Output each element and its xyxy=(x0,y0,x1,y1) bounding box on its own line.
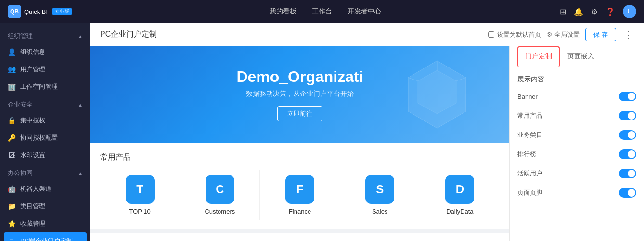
sidebar-item-workspace-mgmt-label: 工作空间管理 xyxy=(20,82,58,91)
sidebar-item-portal-label: PC端企业门户定制 xyxy=(20,237,73,241)
settings-icon[interactable]: ⚙ xyxy=(591,7,598,16)
set-default-label[interactable]: 设置为默认首页 xyxy=(488,30,541,39)
content-area: PC企业门户定制 设置为默认首页 ⚙ 全局设置 保 存 ⋮ xyxy=(90,23,644,241)
top-navigation: QB Quick BI 专业版 我的看板 工作台 开发者中心 ⊞ 🔔 ⚙ ❓ U xyxy=(0,0,644,23)
sidebar: 组织管理 ▲ 👤 组织信息 👥 用户管理 🏢 工作空间管理 企业安全 ▲ 🔒 集… xyxy=(0,23,90,241)
robot-icon: 🤖 xyxy=(8,185,15,193)
right-panel-tabs: 门户定制 页面嵌入 xyxy=(510,46,644,67)
display-content-label: 展示内容 xyxy=(517,75,636,84)
product-grid: T TOP 10 C Customers F Finance S xyxy=(100,170,500,220)
toggle-banner[interactable] xyxy=(619,92,636,101)
grid-icon[interactable]: ⊞ xyxy=(560,7,566,16)
toggle-ranking[interactable] xyxy=(619,149,636,159)
toggle-label-banner: Banner xyxy=(517,93,538,100)
toggle-row-active-users: 活跃用户 xyxy=(517,169,636,178)
toggle-business[interactable] xyxy=(619,130,636,140)
page-header: PC企业门户定制 设置为默认首页 ⚙ 全局设置 保 存 ⋮ xyxy=(90,23,644,46)
product-name-customers: Customers xyxy=(205,208,235,215)
page-header-actions: 设置为默认首页 ⚙ 全局设置 保 存 ⋮ xyxy=(488,28,634,41)
sidebar-item-org-info-label: 组织信息 xyxy=(20,48,45,56)
product-icon-top10: T xyxy=(126,175,155,204)
favorites-icon: ⭐ xyxy=(8,220,15,228)
sidebar-item-category[interactable]: 📁 类目管理 xyxy=(0,198,90,215)
gear-icon: ⚙ xyxy=(547,31,553,38)
toggle-row-ranking: 排行榜 xyxy=(517,149,636,159)
sidebar-item-auth[interactable]: 🔒 集中授权 xyxy=(0,112,90,129)
sidebar-group-collab: 办公协同 ▲ xyxy=(0,164,90,180)
logo-icon: QB xyxy=(8,5,21,18)
sidebar-item-collab-auth-label: 协同授权配置 xyxy=(20,134,58,142)
product-name-finance: Finance xyxy=(289,208,311,215)
banner-button[interactable]: 立即前往 xyxy=(277,106,322,121)
user-mgmt-icon: 👥 xyxy=(8,66,15,73)
product-name-daliydata: DaliyData xyxy=(446,208,473,215)
product-name-sales: Sales xyxy=(372,208,388,215)
watermark-icon: 🖼 xyxy=(8,151,15,159)
product-item-customers[interactable]: C Customers xyxy=(180,170,260,220)
avatar[interactable]: U xyxy=(623,5,636,18)
global-settings-btn[interactable]: ⚙ 全局设置 xyxy=(547,30,580,39)
nav-link-developer[interactable]: 开发者中心 xyxy=(348,7,381,16)
chevron-up-icon-2: ▲ xyxy=(78,102,83,107)
toggle-label-ranking: 排行榜 xyxy=(517,150,536,159)
chevron-up-icon: ▲ xyxy=(78,34,83,39)
products-section: 常用产品 T TOP 10 C Customers F Finance xyxy=(90,143,509,229)
nav-link-workspace[interactable]: 工作台 xyxy=(312,7,332,16)
sidebar-item-auth-label: 集中授权 xyxy=(20,116,45,125)
workspace-mgmt-icon: 🏢 xyxy=(8,83,15,91)
set-default-checkbox[interactable] xyxy=(488,31,494,38)
toggle-label-footer: 页面页脚 xyxy=(517,188,542,197)
product-icon-finance: F xyxy=(285,175,314,204)
app-name: Quick BI xyxy=(24,8,48,15)
sidebar-item-portal[interactable]: 🖥 PC端企业门户定制 xyxy=(4,232,87,241)
sidebar-item-collab-auth[interactable]: 🔑 协同授权配置 xyxy=(0,129,90,147)
sidebar-item-user-mgmt[interactable]: 👥 用户管理 xyxy=(0,61,90,78)
sidebar-group-org-label: 组织管理 xyxy=(8,32,33,40)
sidebar-item-favorites-label: 收藏管理 xyxy=(20,219,45,228)
bell-icon[interactable]: 🔔 xyxy=(574,7,583,16)
sidebar-group-security: 企业安全 ▲ xyxy=(0,95,90,112)
product-item-sales[interactable]: S Sales xyxy=(340,170,420,220)
help-icon[interactable]: ❓ xyxy=(605,7,615,16)
banner-title: Demo_Organizati xyxy=(236,68,363,86)
right-panel: 门户定制 页面嵌入 展示内容 Banner 常用产品 业务类目 xyxy=(509,46,644,241)
sidebar-group-collab-label: 办公协同 xyxy=(8,169,33,177)
sidebar-item-robot[interactable]: 🤖 机器人渠道 xyxy=(0,180,90,198)
toggle-products[interactable] xyxy=(619,111,636,120)
toggle-footer[interactable] xyxy=(619,188,636,198)
product-item-daliydata[interactable]: D DaliyData xyxy=(420,170,500,220)
sidebar-item-category-label: 类目管理 xyxy=(20,202,45,211)
product-item-top10[interactable]: T TOP 10 xyxy=(100,170,180,220)
products-section-title: 常用产品 xyxy=(100,152,500,162)
chevron-up-icon-3: ▲ xyxy=(78,171,83,176)
app-logo[interactable]: QB Quick BI 专业版 xyxy=(8,5,72,18)
product-icon-customers: C xyxy=(206,175,234,204)
sidebar-item-user-mgmt-label: 用户管理 xyxy=(20,65,45,74)
tab-page-embed[interactable]: 页面嵌入 xyxy=(560,46,602,67)
sidebar-item-watermark[interactable]: 🖼 水印设置 xyxy=(0,147,90,164)
panel-content: 展示内容 Banner 常用产品 业务类目 排行榜 xyxy=(510,67,644,241)
product-item-finance[interactable]: F Finance xyxy=(260,170,340,220)
sidebar-item-org-info[interactable]: 👤 组织信息 xyxy=(0,43,90,61)
toggle-row-products: 常用产品 xyxy=(517,111,636,120)
save-button[interactable]: 保 存 xyxy=(585,28,616,41)
page-body: Demo_Organizati 数据驱动决策，从企业门户平台开始 立即前往 常用… xyxy=(90,46,644,241)
collab-auth-icon: 🔑 xyxy=(8,134,15,142)
banner: Demo_Organizati 数据驱动决策，从企业门户平台开始 立即前往 xyxy=(90,46,509,143)
auth-icon: 🔒 xyxy=(8,117,15,124)
page-title: PC企业门户定制 xyxy=(100,29,488,40)
sidebar-item-workspace-mgmt[interactable]: 🏢 工作空间管理 xyxy=(0,78,90,95)
more-icon[interactable]: ⋮ xyxy=(622,29,634,40)
banner-subtitle: 数据驱动决策，从企业门户平台开始 xyxy=(246,90,354,98)
toggle-label-products: 常用产品 xyxy=(517,111,542,120)
sidebar-item-favorites[interactable]: ⭐ 收藏管理 xyxy=(0,215,90,232)
sidebar-group-security-label: 企业安全 xyxy=(8,100,33,109)
toggle-active-users[interactable] xyxy=(619,169,636,178)
tab-portal-customize[interactable]: 门户定制 xyxy=(517,46,560,67)
nav-link-dashboard[interactable]: 我的看板 xyxy=(270,7,296,16)
business-section: 业务类目 xyxy=(90,233,509,241)
sidebar-item-robot-label: 机器人渠道 xyxy=(20,185,52,193)
org-info-icon: 👤 xyxy=(8,48,15,56)
nav-links: 我的看板 工作台 开发者中心 xyxy=(91,7,560,16)
toggle-label-active-users: 活跃用户 xyxy=(517,169,542,178)
